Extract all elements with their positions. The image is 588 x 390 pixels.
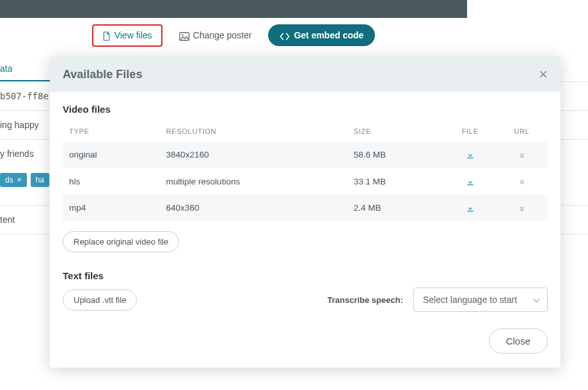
view-files-label: View files bbox=[115, 30, 152, 40]
col-file: FILE bbox=[444, 121, 496, 142]
text-files-row: Upload .vtt file Transcribe speech: Sele… bbox=[63, 288, 548, 312]
tag-chip[interactable]: ds× bbox=[0, 173, 27, 187]
svg-point-1 bbox=[182, 34, 184, 36]
cell-resolution: multiple resolutions bbox=[160, 168, 347, 194]
metadata-tab[interactable]: ata bbox=[0, 57, 50, 81]
change-poster-button[interactable]: Change poster bbox=[170, 25, 261, 45]
modal-header: Available Files × bbox=[50, 56, 560, 92]
image-icon bbox=[179, 30, 189, 40]
col-resolution: RESOLUTION bbox=[160, 121, 347, 142]
cell-size: 2.4 MB bbox=[347, 195, 445, 221]
upload-vtt-button[interactable]: Upload .vtt file bbox=[63, 289, 137, 311]
col-type: TYPE bbox=[63, 121, 160, 142]
get-embed-code-button[interactable]: Get embed code bbox=[268, 24, 375, 46]
modal-title: Available Files bbox=[63, 68, 142, 81]
change-poster-label: Change poster bbox=[193, 30, 252, 40]
table-row: hls multiple resolutions 33.1 MB bbox=[63, 168, 548, 194]
col-size: SIZE bbox=[347, 121, 445, 142]
expand-url-icon[interactable] bbox=[518, 177, 526, 186]
table-row: original 3840x2160 58.6 MB bbox=[63, 142, 548, 168]
table-row: mp4 640x360 2.4 MB bbox=[63, 195, 548, 221]
available-files-modal: Available Files × Video files TYPE RESOL… bbox=[50, 56, 560, 368]
chip-remove-icon[interactable]: × bbox=[17, 175, 22, 184]
video-files-heading: Video files bbox=[63, 104, 548, 115]
modal-body: Video files TYPE RESOLUTION SIZE FILE UR… bbox=[50, 92, 560, 317]
expand-url-icon[interactable] bbox=[518, 203, 526, 213]
download-icon[interactable] bbox=[466, 176, 475, 186]
video-toolbar: View files Change poster Get embed code bbox=[0, 18, 467, 57]
text-files-heading: Text files bbox=[63, 270, 548, 281]
cell-resolution: 640x360 bbox=[160, 195, 347, 221]
download-icon[interactable] bbox=[466, 150, 475, 159]
cell-size: 33.1 MB bbox=[347, 168, 445, 194]
modal-footer: Close bbox=[50, 317, 560, 368]
video-files-table: TYPE RESOLUTION SIZE FILE URL original 3… bbox=[63, 121, 548, 221]
view-files-button[interactable]: View files bbox=[92, 24, 163, 47]
transcribe-label: Transcribe speech: bbox=[328, 295, 404, 305]
col-url: URL bbox=[496, 121, 548, 142]
video-thumbnail-strip bbox=[0, 0, 467, 18]
language-select[interactable]: Select language to start bbox=[413, 288, 548, 312]
code-icon bbox=[280, 30, 290, 40]
tag-chip[interactable]: ha bbox=[31, 173, 49, 187]
expand-url-icon[interactable] bbox=[518, 150, 526, 159]
file-icon bbox=[102, 30, 111, 41]
close-icon[interactable]: × bbox=[539, 67, 548, 82]
language-select-placeholder: Select language to start bbox=[423, 295, 517, 305]
cell-resolution: 3840x2160 bbox=[160, 142, 347, 168]
cell-size: 58.6 MB bbox=[347, 142, 445, 168]
cell-type: original bbox=[63, 142, 160, 168]
close-button[interactable]: Close bbox=[489, 329, 548, 353]
cell-type: mp4 bbox=[63, 195, 160, 221]
cell-type: hls bbox=[63, 168, 160, 194]
embed-label: Get embed code bbox=[294, 30, 363, 40]
replace-original-button[interactable]: Replace original video file bbox=[63, 231, 179, 252]
download-icon[interactable] bbox=[466, 203, 475, 213]
